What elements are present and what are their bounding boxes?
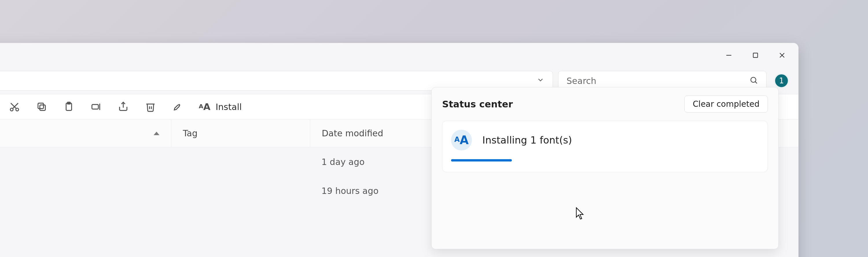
font-install-icon: AA — [451, 130, 472, 150]
maximize-button[interactable] — [742, 46, 769, 64]
minimize-button[interactable] — [715, 46, 742, 64]
column-header-name[interactable] — [0, 132, 171, 135]
close-button[interactable] — [769, 46, 795, 64]
status-badge-count: 1 — [779, 77, 784, 85]
status-center-flyout: Status center Clear completed AA Install… — [431, 87, 779, 249]
status-center-header: Status center Clear completed — [442, 95, 768, 113]
date-modified-cell: 19 hours ago — [310, 186, 449, 196]
search-placeholder: Search — [566, 76, 596, 86]
column-header-tag[interactable]: Tag — [171, 119, 310, 147]
cut-icon[interactable] — [8, 101, 21, 113]
status-center-badge[interactable]: 1 — [774, 73, 789, 88]
column-header-date[interactable]: Date modified — [310, 119, 449, 147]
install-button[interactable]: AA Install — [199, 101, 242, 112]
titlebar — [0, 43, 798, 67]
svg-point-4 — [751, 77, 756, 83]
progress-bar — [451, 159, 512, 162]
copy-icon[interactable] — [36, 101, 48, 113]
status-task-title: Installing 1 font(s) — [482, 134, 572, 146]
clear-completed-button[interactable]: Clear completed — [684, 95, 768, 113]
svg-rect-1 — [753, 53, 757, 57]
cursor-icon — [576, 207, 585, 220]
date-modified-cell: 1 day ago — [310, 157, 449, 167]
rename-icon[interactable] — [90, 101, 102, 113]
svg-rect-14 — [92, 105, 98, 109]
status-center-title: Status center — [442, 99, 513, 110]
install-label: Install — [216, 102, 242, 112]
chevron-down-icon[interactable] — [536, 76, 545, 86]
svg-rect-10 — [40, 105, 45, 111]
delete-icon[interactable] — [144, 101, 157, 113]
app-window: epos › Files Search 1 — [0, 43, 799, 257]
font-icon: AA — [199, 101, 210, 112]
svg-rect-11 — [38, 103, 43, 109]
share-icon[interactable] — [117, 101, 129, 113]
svg-line-5 — [755, 82, 757, 83]
sort-ascending-icon — [154, 132, 159, 135]
paste-icon[interactable] — [63, 101, 75, 113]
properties-icon[interactable] — [172, 101, 184, 113]
status-task-card[interactable]: AA Installing 1 font(s) — [442, 121, 768, 172]
search-icon[interactable] — [749, 76, 758, 86]
